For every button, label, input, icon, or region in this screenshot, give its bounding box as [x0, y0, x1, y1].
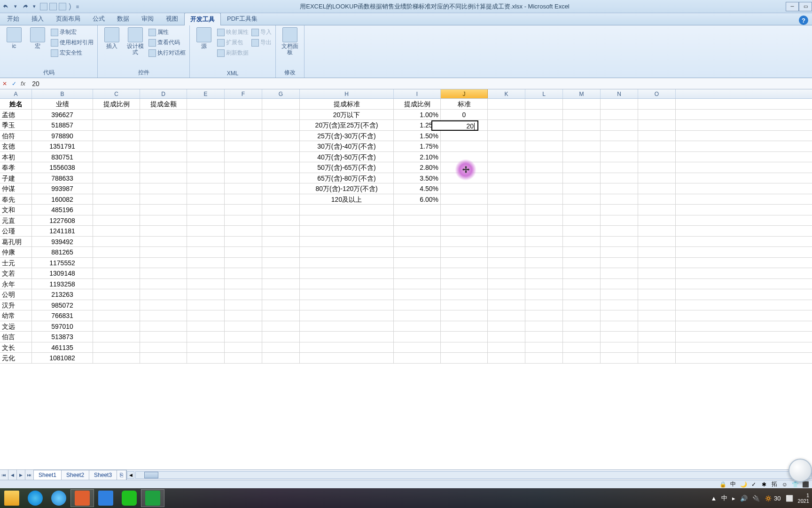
col-header-M[interactable]: M: [563, 89, 601, 98]
cell[interactable]: 1556038: [32, 162, 93, 173]
cell[interactable]: [488, 226, 525, 236]
cell[interactable]: [93, 237, 140, 247]
cell[interactable]: [601, 152, 638, 162]
cell[interactable]: [638, 215, 676, 226]
cell[interactable]: [394, 310, 441, 321]
cell[interactable]: 20万以下: [300, 110, 394, 120]
cell[interactable]: [525, 247, 563, 257]
cell[interactable]: [441, 131, 488, 141]
cell[interactable]: [225, 194, 262, 205]
cell[interactable]: [441, 289, 488, 300]
cell[interactable]: [638, 279, 676, 289]
cell[interactable]: [601, 194, 638, 205]
sheet-tab-2[interactable]: Sheet2: [62, 470, 89, 480]
cell[interactable]: [441, 226, 488, 236]
import-button[interactable]: 导入: [251, 27, 272, 37]
cell[interactable]: [187, 258, 225, 268]
tray-network-icon[interactable]: 🔌: [752, 495, 760, 502]
cell[interactable]: [187, 342, 225, 353]
cell[interactable]: [525, 237, 563, 247]
cell[interactable]: [187, 226, 225, 236]
tray-volume-icon[interactable]: 🔊: [740, 495, 748, 502]
cell[interactable]: [563, 321, 601, 332]
source-button[interactable]: 源: [194, 27, 214, 49]
undo-dropdown-icon[interactable]: ▾: [11, 2, 20, 11]
cell[interactable]: [488, 120, 525, 130]
cell[interactable]: 25万(含)-30万(不含): [300, 131, 394, 141]
cell[interactable]: [300, 226, 394, 236]
qat-icon-3[interactable]: [58, 2, 67, 11]
cell[interactable]: [441, 194, 488, 205]
cell[interactable]: [140, 183, 187, 194]
col-header-O[interactable]: O: [638, 89, 676, 98]
sheet-first-button[interactable]: ⏮: [0, 470, 8, 480]
cell[interactable]: [187, 162, 225, 173]
cell[interactable]: 513873: [32, 332, 93, 342]
cell[interactable]: [488, 258, 525, 268]
scroll-thumb[interactable]: [144, 472, 158, 478]
cell[interactable]: [225, 321, 262, 332]
cell[interactable]: [638, 205, 676, 215]
cell[interactable]: [525, 131, 563, 141]
cell[interactable]: [601, 353, 638, 363]
cell[interactable]: [262, 321, 300, 332]
cell[interactable]: [441, 247, 488, 257]
cell[interactable]: [93, 152, 140, 162]
cell[interactable]: [187, 300, 225, 310]
cell[interactable]: [563, 353, 601, 363]
cell[interactable]: [638, 141, 676, 151]
tab-view[interactable]: 视图: [160, 12, 184, 25]
sheet-insert-button[interactable]: ⎘: [117, 470, 126, 480]
cell[interactable]: [441, 321, 488, 332]
cell[interactable]: [262, 279, 300, 289]
cell[interactable]: 提成标准: [300, 99, 394, 109]
cell[interactable]: [140, 226, 187, 236]
cell[interactable]: [140, 237, 187, 247]
cell[interactable]: [488, 152, 525, 162]
cell[interactable]: [187, 289, 225, 300]
start-button[interactable]: [0, 489, 23, 507]
cell[interactable]: [187, 321, 225, 332]
cell[interactable]: 766831: [32, 310, 93, 321]
cell[interactable]: [638, 173, 676, 183]
tray-ime[interactable]: 中: [721, 494, 727, 502]
cell[interactable]: [300, 332, 394, 342]
cell[interactable]: [187, 237, 225, 247]
cell[interactable]: [300, 258, 394, 268]
cell[interactable]: [262, 99, 300, 109]
cell[interactable]: [262, 194, 300, 205]
cell[interactable]: [601, 226, 638, 236]
cell[interactable]: [563, 173, 601, 183]
cell[interactable]: [638, 110, 676, 120]
cell[interactable]: [601, 110, 638, 120]
cell[interactable]: [525, 226, 563, 236]
tray-flag-icon[interactable]: ▸: [732, 495, 735, 502]
cell[interactable]: 1351791: [32, 141, 93, 151]
formula-input[interactable]: 20: [27, 80, 812, 87]
cell[interactable]: [262, 247, 300, 257]
cell[interactable]: 160082: [32, 194, 93, 205]
qat-customize-icon[interactable]: ≡: [73, 2, 82, 11]
cell[interactable]: [488, 194, 525, 205]
cell[interactable]: [638, 300, 676, 310]
status-star-icon[interactable]: ✱: [760, 481, 768, 488]
cell[interactable]: [93, 300, 140, 310]
cell[interactable]: [93, 289, 140, 300]
maximize-button[interactable]: ▭: [799, 2, 812, 11]
minimize-button[interactable]: ─: [786, 2, 799, 11]
cell[interactable]: [563, 99, 601, 109]
cell[interactable]: 仲谋: [0, 183, 32, 194]
properties-button[interactable]: 属性: [148, 27, 186, 37]
cell[interactable]: [187, 205, 225, 215]
cell[interactable]: [563, 120, 601, 130]
cell[interactable]: [563, 300, 601, 310]
cell[interactable]: [93, 226, 140, 236]
cell[interactable]: 业绩: [32, 99, 93, 109]
cell[interactable]: [638, 353, 676, 363]
cell[interactable]: [563, 205, 601, 215]
cell[interactable]: [140, 321, 187, 332]
cell[interactable]: [187, 194, 225, 205]
sheet-tab-3[interactable]: Sheet3: [89, 470, 117, 480]
cell[interactable]: [187, 120, 225, 130]
cell[interactable]: [93, 120, 140, 130]
